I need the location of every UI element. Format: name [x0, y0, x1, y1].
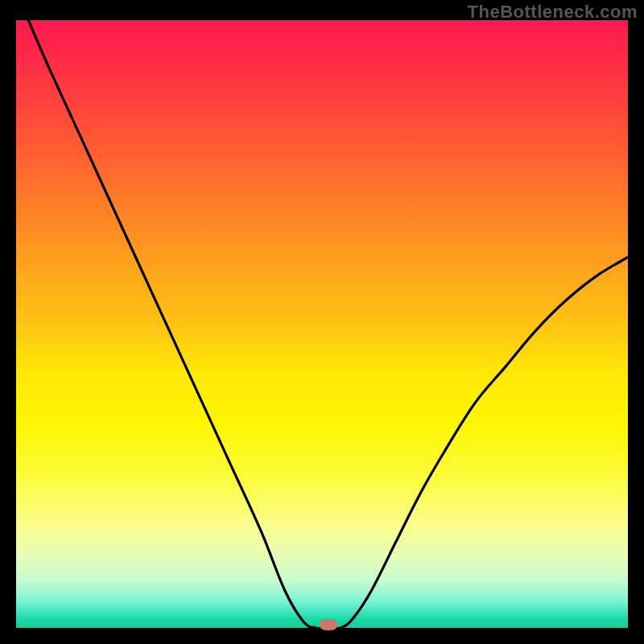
curve-svg	[16, 20, 628, 628]
watermark-text: TheBottleneck.com	[468, 2, 638, 23]
bottleneck-curve-path	[28, 20, 628, 628]
chart-frame: TheBottleneck.com	[0, 0, 644, 644]
plot-area	[16, 20, 628, 628]
minimum-marker	[320, 619, 337, 630]
